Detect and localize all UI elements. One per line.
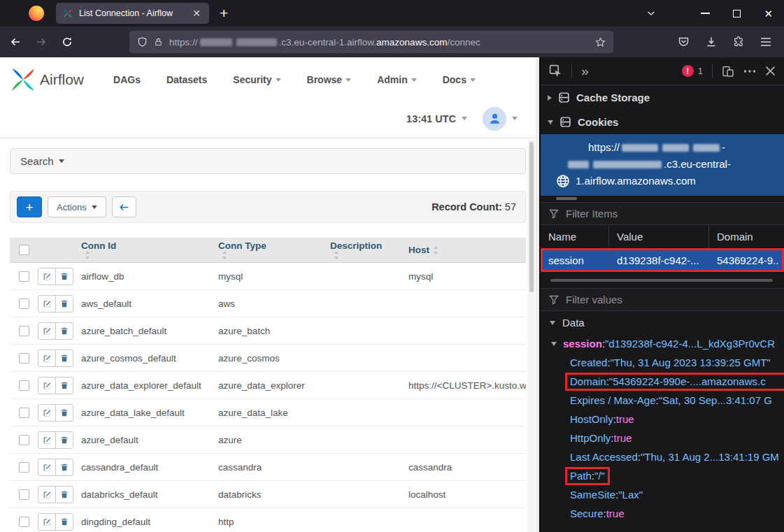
- nav-item-browse[interactable]: Browse: [307, 74, 352, 85]
- scrollbar-thumb[interactable]: [556, 197, 577, 200]
- meatball-menu-icon[interactable]: [743, 69, 756, 73]
- row-checkbox[interactable]: [19, 299, 29, 309]
- cookie-data-entry[interactable]: Path:"/": [541, 466, 784, 485]
- url-bar[interactable]: https://.c3.eu-central-1.airflow.amazona…: [129, 31, 613, 53]
- column-header-domain[interactable]: Domain: [708, 225, 784, 248]
- pocket-icon[interactable]: [678, 36, 690, 48]
- edit-record-button[interactable]: [38, 350, 56, 367]
- row-checkbox[interactable]: [19, 489, 29, 500]
- row-checkbox[interactable]: [19, 462, 29, 473]
- edit-record-button[interactable]: [38, 295, 56, 312]
- delete-record-button[interactable]: [55, 322, 73, 340]
- delete-record-button[interactable]: [55, 377, 73, 394]
- column-header-name[interactable]: Name: [541, 225, 608, 248]
- delete-record-button[interactable]: [55, 350, 73, 367]
- menu-hamburger-icon[interactable]: [760, 37, 771, 47]
- downloads-icon[interactable]: [706, 36, 717, 48]
- actions-dropdown-button[interactable]: Actions: [48, 196, 106, 217]
- edit-record-button[interactable]: [38, 322, 56, 340]
- edit-record-button[interactable]: [38, 459, 56, 476]
- edit-record-button[interactable]: [38, 404, 56, 422]
- data-section-header[interactable]: Data: [541, 311, 784, 334]
- cookie-data-entry[interactable]: HttpOnly:true: [541, 429, 784, 447]
- storage-tree-item-cookies[interactable]: Cookies: [541, 110, 784, 134]
- tab-close-icon[interactable]: ✕: [190, 8, 203, 19]
- chevron-down-icon: [411, 78, 417, 82]
- browser-tab[interactable]: List Connection - Airflow ✕: [56, 3, 209, 24]
- cookie-data-entry[interactable]: Last Accessed:"Thu, 31 Aug 2...13:41:19 …: [541, 447, 784, 466]
- cell-conn-type: azure_batch: [218, 326, 330, 336]
- cookie-data-entry[interactable]: Domain:"54369224-990e-....amazonaws.c: [541, 372, 784, 391]
- bookmark-star-icon[interactable]: [595, 37, 606, 48]
- search-dropdown[interactable]: Search: [10, 148, 526, 174]
- cookie-data-entry[interactable]: SameSite:"Lax": [541, 485, 784, 504]
- nav-item-datasets[interactable]: Datasets: [166, 74, 207, 85]
- edit-record-button[interactable]: [38, 268, 56, 285]
- delete-record-button[interactable]: [55, 459, 73, 476]
- filter-values-input[interactable]: Filter values: [541, 288, 784, 311]
- back-button[interactable]: [5, 32, 26, 52]
- page-scrollbar[interactable]: [528, 140, 535, 532]
- lock-icon[interactable]: [154, 36, 163, 48]
- row-checkbox[interactable]: [19, 517, 29, 527]
- storage-tree-item-cache-storage[interactable]: Cache Storage: [541, 85, 784, 110]
- pick-element-icon[interactable]: [549, 64, 562, 78]
- reload-button[interactable]: [57, 32, 78, 52]
- nav-item-security[interactable]: Security: [233, 74, 280, 85]
- edit-record-button[interactable]: [38, 431, 56, 449]
- delete-record-button[interactable]: [55, 268, 73, 285]
- firefox-logo-icon[interactable]: [29, 6, 44, 21]
- cookie-data-entry[interactable]: session:"d139238f-c942-4...L_kdXg3Pr0vCR: [541, 334, 784, 353]
- back-to-list-button[interactable]: [112, 196, 136, 217]
- row-checkbox[interactable]: [19, 408, 29, 418]
- column-header-conn-id[interactable]: Conn Id: [81, 240, 218, 259]
- tracking-shield-icon[interactable]: [137, 36, 148, 48]
- cookie-data-entry[interactable]: Created:"Thu, 31 Aug 2023 13:39:25 GMT": [541, 353, 784, 372]
- row-checkbox[interactable]: [19, 435, 29, 445]
- delete-record-button[interactable]: [55, 431, 73, 449]
- delete-record-button[interactable]: [55, 513, 73, 531]
- annotation-box: Path:"/": [565, 467, 610, 485]
- devtools-splitter[interactable]: [536, 57, 541, 532]
- window-minimize-button[interactable]: [701, 13, 710, 14]
- row-checkbox[interactable]: [19, 353, 29, 364]
- cookie-row-session[interactable]: session d139238f-c942-... 54369224-9..: [541, 248, 784, 272]
- window-maximize-button[interactable]: [733, 10, 741, 17]
- cookie-data-entry[interactable]: Expires / Max-Age:"Sat, 30 Sep...3:41:07…: [541, 391, 784, 410]
- utc-clock[interactable]: 13:41 UTC: [406, 113, 456, 124]
- forward-button[interactable]: [31, 32, 52, 52]
- nav-item-dags[interactable]: DAGs: [113, 74, 141, 85]
- responsive-design-icon[interactable]: [722, 65, 734, 78]
- select-all-checkbox[interactable]: [19, 245, 29, 255]
- column-header-host[interactable]: Host: [408, 245, 526, 255]
- horizontal-scrollbar[interactable]: [550, 279, 773, 282]
- filter-items-input[interactable]: Filter Items: [541, 202, 784, 225]
- error-badge-icon[interactable]: !: [682, 65, 694, 77]
- add-record-button[interactable]: +: [17, 196, 42, 217]
- nav-item-admin[interactable]: Admin: [377, 74, 417, 85]
- window-close-button[interactable]: ✕: [764, 8, 773, 19]
- nav-item-docs[interactable]: Docs: [443, 74, 476, 85]
- edit-record-button[interactable]: [38, 377, 56, 394]
- delete-record-button[interactable]: [55, 295, 73, 312]
- new-tab-button[interactable]: +: [220, 5, 228, 22]
- airflow-logo[interactable]: Airflow: [9, 66, 84, 94]
- cookie-data-entry[interactable]: Secure:true: [541, 504, 784, 523]
- row-checkbox[interactable]: [19, 380, 29, 391]
- delete-record-button[interactable]: [55, 404, 73, 422]
- more-tools-chevrons-icon[interactable]: »: [581, 64, 587, 79]
- user-avatar[interactable]: [483, 107, 506, 131]
- column-header-description[interactable]: Description: [330, 240, 408, 259]
- row-checkbox[interactable]: [19, 326, 29, 336]
- edit-record-button[interactable]: [38, 486, 56, 503]
- row-checkbox[interactable]: [19, 271, 29, 282]
- list-all-tabs-chevron-icon[interactable]: [646, 8, 656, 18]
- column-header-value[interactable]: Value: [608, 225, 708, 248]
- selected-cookie-origin[interactable]: https://- .c3.eu-central- 1.airflow.amaz…: [541, 134, 784, 196]
- devtools-close-icon[interactable]: [765, 66, 776, 76]
- column-header-conn-type[interactable]: Conn Type: [218, 240, 330, 259]
- delete-record-button[interactable]: [55, 486, 73, 503]
- cookie-data-entry[interactable]: HostOnly:true: [541, 410, 784, 429]
- edit-record-button[interactable]: [38, 513, 56, 531]
- extensions-puzzle-icon[interactable]: [733, 36, 744, 48]
